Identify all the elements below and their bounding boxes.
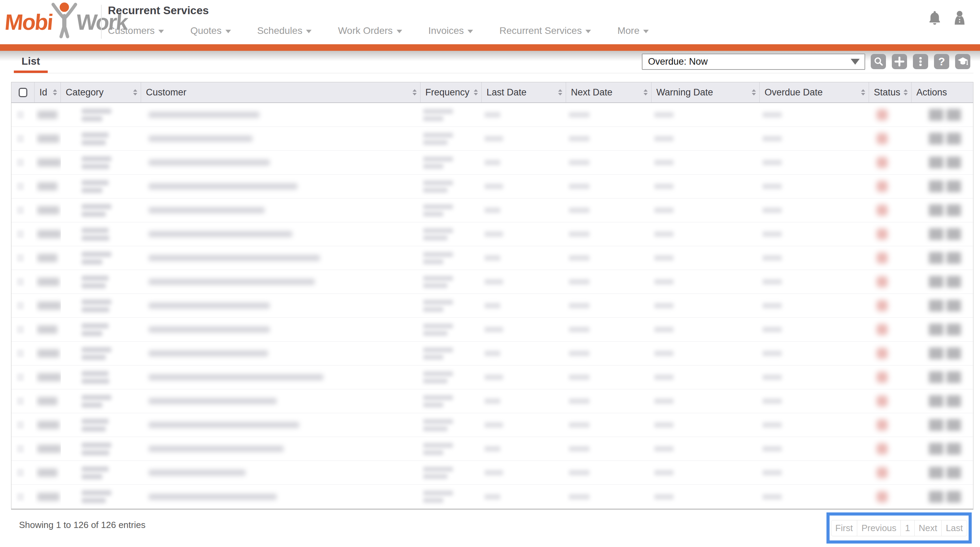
sort-arrows-icon[interactable] — [644, 89, 648, 95]
column-header-category[interactable]: Category — [61, 82, 141, 102]
column-header-select-all[interactable] — [11, 82, 35, 102]
redacted-text — [82, 211, 106, 217]
column-header-frequency[interactable]: Frequency — [420, 82, 482, 102]
table-row[interactable] — [11, 270, 973, 294]
cell-actions[interactable] — [912, 485, 973, 509]
cell-actions[interactable] — [912, 461, 973, 484]
cell-checkbox[interactable] — [11, 246, 35, 270]
cell-checkbox[interactable] — [11, 270, 35, 294]
column-header-warning-date[interactable]: Warning Date — [651, 82, 760, 102]
cell-actions[interactable] — [912, 127, 973, 150]
cell-checkbox[interactable] — [11, 342, 35, 365]
cell-checkbox[interactable] — [11, 127, 35, 150]
cell-checkbox[interactable] — [11, 103, 35, 127]
sort-arrows-icon[interactable] — [904, 89, 908, 95]
table-row[interactable] — [11, 222, 973, 246]
cell-actions[interactable] — [912, 175, 973, 198]
sort-arrows-icon[interactable] — [474, 89, 478, 95]
pagination-next-button[interactable]: Next — [914, 520, 942, 536]
cell-frequency — [420, 294, 482, 317]
training-button[interactable] — [955, 54, 970, 69]
cell-actions[interactable] — [912, 270, 973, 294]
redacted-text — [569, 160, 590, 165]
cell-id — [35, 151, 61, 174]
filter-dropdown[interactable]: Overdue: Now — [642, 54, 865, 70]
cell-checkbox[interactable] — [11, 413, 35, 437]
table-row[interactable] — [11, 103, 973, 127]
table-row[interactable] — [11, 318, 973, 342]
cell-checkbox[interactable] — [11, 485, 35, 509]
nav-item-quotes[interactable]: Quotes — [190, 25, 231, 36]
table-row[interactable] — [11, 199, 973, 222]
table-row[interactable] — [11, 127, 973, 151]
nav-item-work-orders[interactable]: Work Orders — [338, 25, 402, 36]
sort-arrows-icon[interactable] — [558, 89, 562, 95]
help-button[interactable]: ? — [934, 54, 949, 69]
cell-checkbox[interactable] — [11, 294, 35, 317]
cell-actions[interactable] — [912, 103, 973, 127]
nav-item-recurrent-services[interactable]: Recurrent Services — [500, 25, 591, 36]
cell-actions[interactable] — [912, 222, 973, 246]
table-row[interactable] — [11, 437, 973, 461]
cell-actions[interactable] — [912, 151, 973, 174]
cell-overdue-date — [760, 199, 869, 222]
table-row[interactable] — [11, 485, 973, 509]
nav-item-invoices[interactable]: Invoices — [428, 25, 473, 36]
column-header-overdue-date[interactable]: Overdue Date — [760, 82, 869, 102]
cell-actions[interactable] — [912, 413, 973, 437]
cell-checkbox[interactable] — [11, 222, 35, 246]
cell-checkbox[interactable] — [11, 199, 35, 222]
pagination-1-button[interactable]: 1 — [900, 520, 914, 536]
cell-actions[interactable] — [912, 199, 973, 222]
column-header-status[interactable]: Status — [869, 82, 912, 102]
select-all-checkbox[interactable] — [19, 88, 27, 97]
cell-actions[interactable] — [912, 342, 973, 365]
table-row[interactable] — [11, 151, 973, 175]
column-header-next-date[interactable]: Next Date — [566, 82, 651, 102]
column-header-id[interactable]: Id — [35, 82, 61, 102]
nav-item-label: Work Orders — [338, 25, 393, 36]
more-options-button[interactable] — [913, 54, 928, 69]
sort-arrows-icon[interactable] — [53, 89, 57, 95]
cell-checkbox[interactable] — [11, 366, 35, 389]
cell-actions[interactable] — [912, 366, 973, 389]
add-button[interactable] — [892, 54, 907, 69]
cell-actions[interactable] — [912, 246, 973, 270]
sort-arrows-icon[interactable] — [412, 89, 417, 95]
cell-checkbox[interactable] — [11, 151, 35, 174]
table-row[interactable] — [11, 342, 973, 366]
cell-actions[interactable] — [912, 294, 973, 317]
cell-checkbox[interactable] — [11, 461, 35, 484]
kebab-icon — [915, 56, 926, 67]
table-row[interactable] — [11, 390, 973, 413]
cell-checkbox[interactable] — [11, 390, 35, 413]
cell-checkbox[interactable] — [11, 318, 35, 341]
cell-actions[interactable] — [912, 318, 973, 341]
tab-list[interactable]: List — [14, 55, 48, 67]
cell-checkbox[interactable] — [11, 437, 35, 461]
nav-item-schedules[interactable]: Schedules — [257, 25, 312, 36]
sort-arrows-icon[interactable] — [133, 89, 137, 95]
sort-arrows-icon[interactable] — [861, 89, 865, 95]
nav-item-more[interactable]: More — [617, 25, 649, 36]
column-header-customer[interactable]: Customer — [141, 82, 420, 102]
pagination-previous-button[interactable]: Previous — [857, 520, 901, 536]
nav-item-customers[interactable]: Customers — [108, 25, 164, 36]
sort-arrows-icon[interactable] — [752, 89, 756, 95]
cell-category — [61, 222, 141, 246]
user-profile-icon[interactable] — [952, 10, 967, 26]
table-row[interactable] — [11, 461, 973, 485]
table-row[interactable] — [11, 413, 973, 437]
table-row[interactable] — [11, 246, 973, 270]
column-header-last-date[interactable]: Last Date — [482, 82, 566, 102]
table-row[interactable] — [11, 175, 973, 199]
notifications-bell-icon[interactable] — [927, 10, 942, 26]
table-row[interactable] — [11, 294, 973, 318]
pagination-last-button[interactable]: Last — [941, 520, 967, 536]
cell-actions[interactable] — [912, 437, 973, 461]
cell-actions[interactable] — [912, 390, 973, 413]
table-row[interactable] — [11, 366, 973, 390]
pagination-first-button[interactable]: First — [831, 520, 858, 536]
search-button[interactable] — [871, 54, 886, 69]
cell-checkbox[interactable] — [11, 175, 35, 198]
